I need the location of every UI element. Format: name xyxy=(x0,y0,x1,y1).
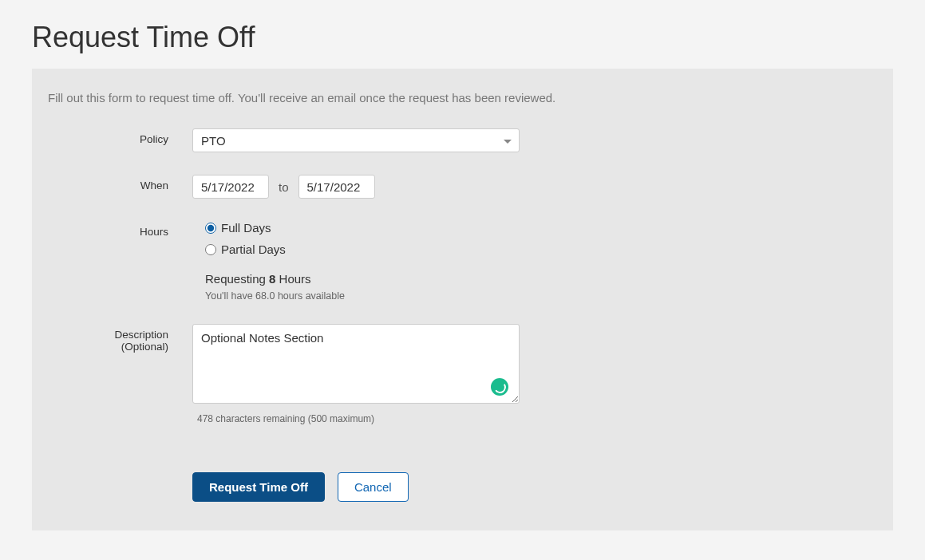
when-row: When to xyxy=(48,175,877,199)
radio-full-days[interactable]: Full Days xyxy=(205,221,877,235)
radio-partial-days-input[interactable] xyxy=(205,244,216,255)
submit-button[interactable]: Request Time Off xyxy=(192,472,325,502)
policy-row: Policy PTO xyxy=(48,128,877,152)
hours-label: Hours xyxy=(48,221,192,238)
radio-full-days-input[interactable] xyxy=(205,223,216,234)
description-label: Description (Optional) xyxy=(48,324,192,353)
to-label: to xyxy=(279,180,289,194)
cancel-button[interactable]: Cancel xyxy=(338,472,409,502)
action-buttons: Request Time Off Cancel xyxy=(192,472,877,502)
policy-select[interactable]: PTO xyxy=(192,128,520,152)
requesting-text: Requesting 8 Hours xyxy=(192,272,877,286)
policy-label: Policy xyxy=(48,128,192,145)
description-textarea[interactable] xyxy=(192,324,520,404)
policy-selected-value: PTO xyxy=(201,134,226,148)
hours-row: Hours Full Days Partial Days Requesting … xyxy=(48,221,877,302)
form-panel: Fill out this form to request time off. … xyxy=(32,69,893,530)
page-title: Request Time Off xyxy=(32,21,893,54)
date-to-input[interactable] xyxy=(298,175,375,199)
grammar-check-icon[interactable] xyxy=(491,378,508,396)
description-row: Description (Optional) 478 characters re… xyxy=(48,324,877,424)
available-text: You'll have 68.0 hours available xyxy=(192,290,877,302)
radio-partial-days[interactable]: Partial Days xyxy=(205,243,877,256)
radio-partial-days-label: Partial Days xyxy=(221,243,286,256)
date-from-input[interactable] xyxy=(192,175,269,199)
when-label: When xyxy=(48,175,192,191)
instructions-text: Fill out this form to request time off. … xyxy=(48,91,877,105)
char-remaining-text: 478 characters remaining (500 maximum) xyxy=(192,413,877,424)
radio-full-days-label: Full Days xyxy=(221,221,271,235)
